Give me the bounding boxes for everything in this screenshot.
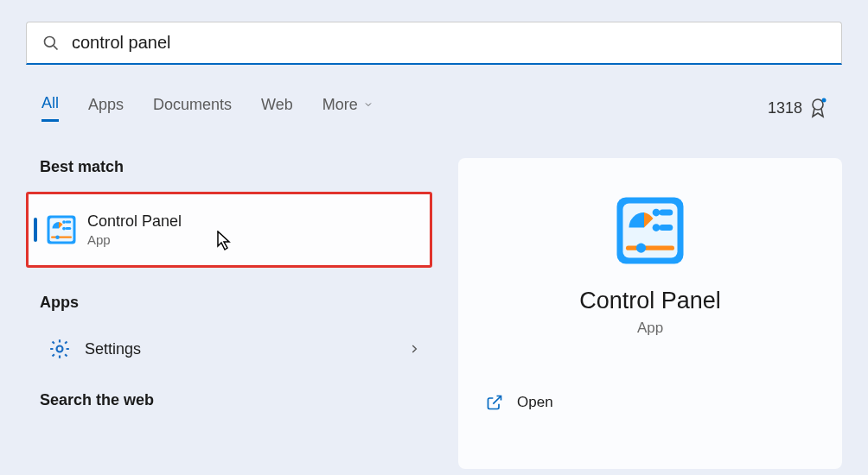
svg-point-20	[636, 244, 646, 253]
chevron-down-icon	[363, 99, 373, 110]
filter-tabs-row: All Apps Documents Web More 1318	[41, 94, 827, 122]
apps-result-settings[interactable]: Settings	[35, 327, 432, 370]
section-apps: Apps	[35, 294, 458, 312]
rewards-points[interactable]: 1318	[768, 98, 827, 118]
svg-point-2	[813, 99, 823, 110]
svg-point-16	[653, 209, 661, 217]
svg-point-9	[62, 227, 66, 231]
search-container	[26, 22, 842, 65]
svg-point-11	[55, 235, 60, 239]
svg-rect-8	[66, 227, 72, 230]
selection-indicator	[34, 218, 37, 242]
svg-point-3	[822, 98, 827, 103]
svg-rect-15	[660, 210, 673, 216]
open-action[interactable]: Open	[482, 389, 557, 416]
svg-point-18	[653, 224, 661, 231]
detail-subtitle: App	[637, 320, 663, 337]
gear-icon	[48, 338, 71, 360]
result-subtitle: App	[87, 232, 182, 247]
open-label: Open	[517, 394, 553, 411]
tab-more[interactable]: More	[322, 94, 373, 122]
section-best-match: Best match	[35, 158, 458, 176]
result-title: Control Panel	[87, 212, 182, 231]
tab-web[interactable]: Web	[261, 94, 293, 122]
svg-point-7	[62, 220, 66, 224]
tab-apps[interactable]: Apps	[88, 94, 124, 122]
list-item-label: Settings	[85, 340, 408, 358]
tab-documents[interactable]: Documents	[153, 94, 232, 122]
control-panel-icon	[46, 214, 77, 245]
search-icon	[42, 35, 60, 52]
search-input[interactable]	[72, 33, 826, 53]
detail-panel: Control Panel App Open	[458, 158, 842, 469]
svg-line-1	[54, 45, 58, 49]
best-match-result[interactable]: Control Panel App	[26, 192, 432, 268]
detail-column: Control Panel App Open	[458, 158, 842, 469]
rewards-points-value: 1318	[768, 99, 802, 117]
svg-rect-19	[626, 246, 674, 250]
svg-point-12	[57, 346, 63, 352]
cursor-icon	[217, 231, 233, 251]
svg-rect-6	[66, 221, 72, 224]
svg-rect-10	[51, 237, 72, 238]
svg-point-0	[45, 36, 55, 47]
tab-all[interactable]: All	[41, 94, 59, 122]
chevron-right-icon	[408, 343, 420, 355]
section-search-web: Search the web	[35, 391, 458, 409]
tab-more-label: More	[322, 96, 358, 114]
detail-title: Control Panel	[579, 288, 721, 314]
svg-rect-17	[660, 225, 673, 231]
search-box[interactable]	[26, 22, 842, 65]
results-column: Best match Control Panel App	[0, 158, 458, 469]
rewards-medal-icon	[809, 98, 827, 118]
control-panel-icon-large	[614, 194, 686, 267]
open-icon	[486, 394, 503, 411]
